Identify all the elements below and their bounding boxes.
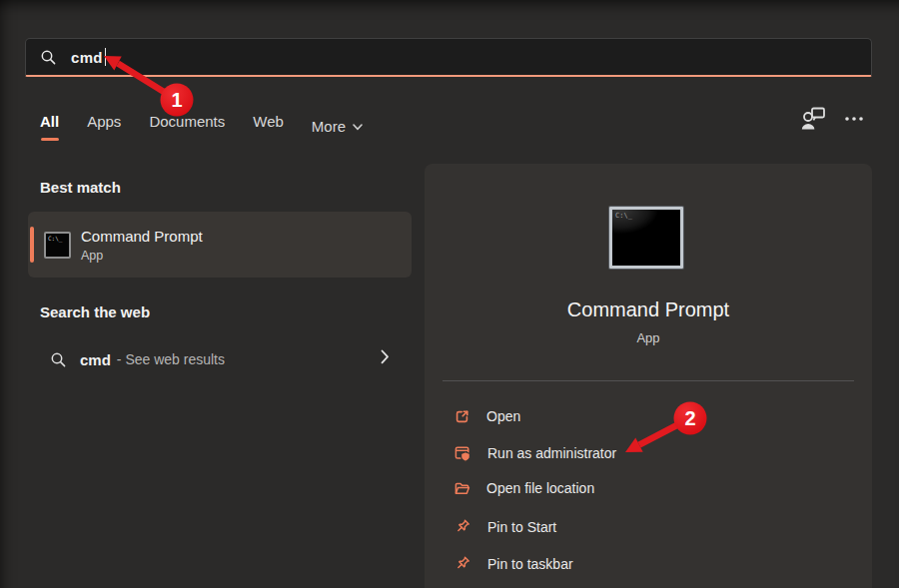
action-pin-to-start[interactable]: Pin to Start — [453, 515, 556, 539]
action-open-file-location[interactable]: Open file location — [453, 476, 594, 500]
best-match-header: Best match — [40, 179, 121, 196]
tab-all[interactable]: All — [40, 112, 59, 141]
external-link-icon — [453, 408, 470, 425]
tab-documents[interactable]: Documents — [149, 112, 225, 141]
tab-all-label: All — [40, 112, 59, 132]
web-search-result-item[interactable]: cmd - See web results — [28, 340, 412, 378]
windows-search-flyout: cmd All Apps Documents Web More — [0, 0, 899, 588]
action-pin-to-taskbar-label: Pin to taskbar — [487, 556, 573, 572]
folder-open-icon — [453, 480, 470, 497]
best-match-subtitle: App — [81, 249, 203, 263]
panel-divider — [443, 380, 854, 381]
preview-app-title: Command Prompt — [425, 298, 872, 321]
more-options-icon[interactable] — [842, 107, 866, 131]
preview-app-subtitle: App — [425, 330, 872, 345]
search-topbar-icons — [798, 104, 866, 134]
tab-web[interactable]: Web — [253, 112, 284, 141]
tab-selected-underline — [41, 138, 59, 141]
selection-accent-bar — [30, 227, 34, 263]
preview-panel: C:\_ Command Prompt App Open Run as admi… — [425, 164, 872, 588]
command-prompt-icon: C:\_ — [44, 232, 71, 259]
search-the-web-header: Search the web — [40, 303, 150, 320]
text-cursor — [105, 48, 107, 66]
search-filter-tabs: All Apps Documents Web More — [40, 112, 363, 141]
pushpin-icon — [453, 555, 471, 573]
action-open-file-location-label: Open file location — [486, 480, 594, 496]
best-match-item[interactable]: C:\_ Command Prompt App — [28, 212, 412, 278]
best-match-title: Command Prompt — [81, 227, 203, 246]
web-search-query: cmd — [80, 351, 111, 368]
action-open-label: Open — [486, 408, 520, 424]
tab-web-label: Web — [253, 112, 284, 132]
search-icon — [40, 49, 57, 66]
action-run-as-administrator-label: Run as administrator — [487, 445, 616, 461]
chevron-right-icon — [381, 349, 390, 364]
tab-more-label: More — [312, 117, 346, 137]
action-run-as-administrator[interactable]: Run as administrator — [453, 441, 616, 465]
web-search-suffix: - See web results — [117, 351, 225, 367]
chevron-down-icon — [353, 124, 363, 131]
action-pin-to-taskbar[interactable]: Pin to taskbar — [453, 552, 573, 576]
pushpin-icon — [453, 518, 471, 536]
search-icon — [50, 351, 67, 368]
command-prompt-icon-large: C:\_ — [609, 207, 683, 269]
account-icon[interactable] — [798, 104, 828, 134]
svg-text:1: 1 — [171, 89, 182, 111]
action-pin-to-start-label: Pin to Start — [487, 519, 556, 535]
window-shield-icon — [453, 444, 471, 462]
tab-apps-label: Apps — [87, 112, 121, 132]
search-query-text: cmd — [71, 49, 103, 66]
search-input[interactable]: cmd — [25, 38, 872, 77]
action-open[interactable]: Open — [453, 404, 520, 428]
tab-documents-label: Documents — [149, 112, 225, 132]
tab-more[interactable]: More — [312, 112, 363, 141]
tab-apps[interactable]: Apps — [87, 112, 121, 141]
